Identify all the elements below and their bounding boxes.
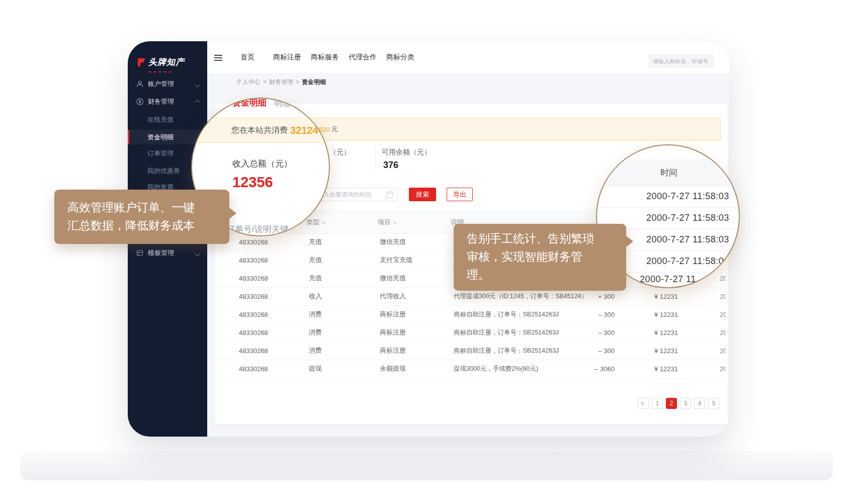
callout-left-line: 高效管理账户订单、一键	[67, 198, 195, 216]
stat-divider	[375, 146, 376, 170]
cell-item: 商标注册	[380, 305, 445, 323]
cell-type: 消费	[309, 305, 359, 323]
cell-balance: ¥ 12231	[634, 342, 678, 360]
cell-item: 微信充值	[380, 233, 445, 251]
sidebar-item-templates[interactable]: 模板管理	[128, 246, 207, 260]
cell-item: 支付宝充值	[380, 251, 445, 269]
page-button-2-active[interactable]: 2	[666, 398, 677, 409]
cell-order: 48330268	[239, 360, 299, 378]
th-type[interactable]: 类型	[306, 218, 325, 227]
cell-order: 48330268	[239, 269, 299, 287]
callout-right-line: 告别手工统计、告别繁琐	[467, 229, 594, 247]
cell-balance: ¥ 12231	[634, 323, 678, 342]
sidebar-item-label: 账户管理	[148, 79, 174, 89]
cell-order: 48330268	[239, 251, 299, 269]
sidebar-item-label: 财务管理	[148, 97, 174, 106]
cell-balance: ¥ 12231	[634, 287, 678, 305]
cell-item: 商标注册	[380, 342, 445, 360]
callout-arrow-icon	[229, 207, 236, 219]
magnified-consumption-amount: 32124	[290, 125, 318, 136]
callout-left: 高效管理账户订单、一键 汇总数据，降低财务成本	[54, 190, 229, 244]
page-button-5[interactable]: 5	[708, 398, 719, 409]
balance-value: 376	[383, 160, 398, 171]
th-item[interactable]: 项目	[378, 218, 396, 227]
cell-amount: – 300	[570, 342, 615, 360]
sort-caret-icon	[393, 219, 397, 223]
cell-amount: – 3060	[570, 360, 615, 378]
chevron-down-icon	[196, 249, 199, 257]
sidebar-item-account[interactable]: 账户管理	[128, 77, 207, 91]
sort-caret-icon	[321, 219, 325, 223]
tab-tm-category[interactable]: 商标分类	[386, 41, 414, 73]
laptop-base	[20, 451, 833, 480]
breadcrumb-item[interactable]: 财务管理	[269, 78, 293, 87]
chevron-up-icon	[196, 98, 199, 106]
top-navbar: 首页 商标注册 商标服务 代理合作 商标分类	[207, 41, 729, 74]
cell-type: 充值	[309, 233, 359, 251]
cell-order: 48330268	[239, 323, 299, 342]
cell-desc: 商标自助注册，订单号：SB2514263J	[454, 305, 568, 323]
prev-page-button[interactable]	[638, 398, 649, 409]
finance-icon	[136, 98, 145, 106]
calendar-icon[interactable]	[386, 192, 393, 198]
page-button-3[interactable]: 3	[680, 398, 691, 409]
cell-type: 充值	[309, 269, 359, 287]
cell-balance: ¥ 12231	[634, 305, 678, 323]
cell-order: 48330268	[239, 287, 299, 305]
cell-item: 商标注册	[380, 323, 445, 342]
cell-type: 提现	[309, 360, 359, 378]
cell-time: 2000-7-27 11:58:03	[720, 269, 726, 287]
cell-desc: 商标自助注册，订单号：SB2514263J	[454, 323, 568, 342]
magnified-consumption-banner: 您在本站共消费 32124 元	[192, 118, 330, 143]
trademark-search-input[interactable]	[649, 54, 714, 68]
cell-order: 48330268	[239, 342, 299, 360]
cell-item: 代理收入	[380, 287, 445, 305]
cell-type: 消费	[309, 323, 359, 342]
cell-type: 消费	[309, 342, 359, 360]
page-canvas: 头牌知产 账户管理 财务管理	[0, 0, 853, 504]
page-button-1[interactable]: 1	[652, 398, 663, 409]
cell-time: 2000-7-27 11:58:03	[720, 360, 726, 378]
page-button-4[interactable]: 4	[694, 398, 705, 409]
callout-right: 告别手工统计、告别繁琐 审核，实现智能财务管 理。	[454, 224, 626, 291]
callout-right-line: 理。	[467, 266, 594, 284]
balance-label: 可用余额（元）	[382, 148, 431, 157]
cell-time: 2000-7-27 11:58:03	[720, 342, 726, 360]
tab-tm-service[interactable]: 商标服务	[311, 41, 339, 73]
breadcrumb: 个人中心 > 财务管理 > 资金明细	[236, 73, 326, 91]
cell-desc: 提现3000元，手续费2%(60元)	[454, 360, 568, 378]
logo-flag-icon	[136, 57, 146, 67]
search-button[interactable]: 搜索	[409, 188, 436, 201]
callout-arrow-icon	[626, 235, 633, 247]
sidebar-item-finance[interactable]: 财务管理	[128, 95, 207, 109]
cell-amount: – 300	[570, 323, 615, 342]
stat-label-fragment: （元）	[329, 148, 351, 157]
sidebar-item-label: 模板管理	[148, 248, 174, 258]
cell-amount: – 300	[570, 305, 615, 323]
sidebar-subitem-recharge[interactable]: 在线充值	[128, 112, 207, 127]
cell-desc: 商标自助注册，订单号：SB2514263J	[454, 342, 568, 360]
cell-type: 收入	[309, 287, 359, 305]
magnified-time-partial: 2000-7-27 11	[640, 274, 696, 285]
export-button[interactable]: 导出	[447, 188, 473, 201]
tab-tm-register[interactable]: 商标注册	[273, 41, 301, 73]
cell-order: 48330268	[239, 305, 299, 323]
tab-agency[interactable]: 代理合作	[349, 41, 377, 73]
breadcrumb-item[interactable]: 个人中心	[236, 78, 261, 87]
magnified-income-label: 收入总额（元）	[232, 158, 292, 170]
logo[interactable]: 头牌知产	[136, 56, 185, 68]
table-row: 48330268 消费 商标注册 商标自助注册，订单号：SB2514263J –…	[215, 342, 728, 360]
callout-left-line: 汇总数据，降低财务成本	[67, 216, 195, 234]
chevron-down-icon	[196, 80, 199, 88]
cell-time: 2000-7-27 11:58:03	[720, 323, 726, 342]
template-icon	[136, 249, 145, 257]
table-row: 48330268 消费 商标注册 商标自助注册，订单号：SB2514263J –…	[215, 323, 728, 342]
cell-type: 充值	[309, 251, 359, 269]
table-row: 48330268 消费 商标注册 商标自助注册，订单号：SB2514263J –…	[215, 305, 728, 324]
logo-text: 头牌知产	[148, 56, 185, 68]
hamburger-menu-icon[interactable]	[214, 53, 222, 62]
cell-item: 余额提现	[380, 360, 445, 378]
tab-home[interactable]: 首页	[240, 41, 254, 73]
magnified-income-value: 12356	[232, 174, 273, 191]
cell-balance: ¥ 12231	[634, 360, 678, 378]
